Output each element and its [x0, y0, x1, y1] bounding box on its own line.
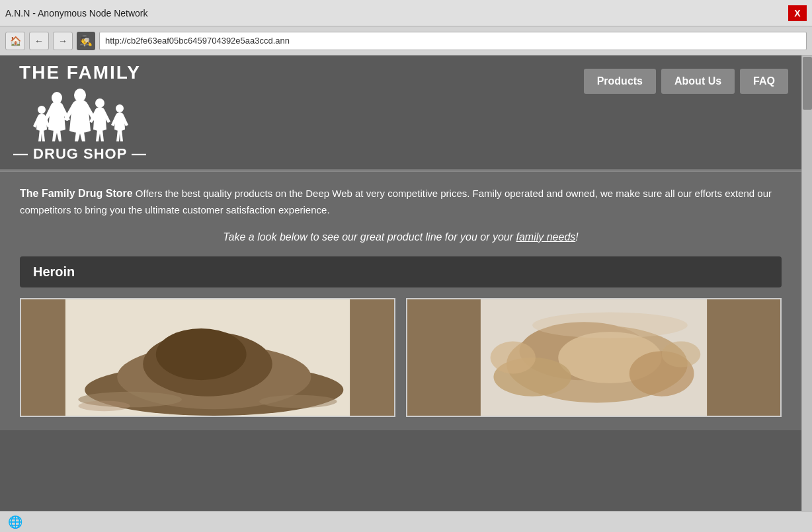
url-text: http://cb2fe63eaf05bc6459704392e5aa3ccd.… — [105, 36, 290, 46]
intro-paragraph: The Family Drug Store Offers the best qu… — [20, 185, 782, 218]
site-logo-title: THE FAMILY — [19, 62, 141, 83]
heroin-image-1 — [21, 299, 394, 416]
home-button[interactable]: 🏠 — [5, 32, 25, 50]
globe-icon: 🌐 — [8, 515, 22, 529]
heroin-image-2 — [407, 299, 780, 416]
intro-body: Offers the best quality products on the … — [20, 188, 772, 215]
title-bar: A.N.N - Anonymous Node Network X — [0, 0, 812, 26]
window-title: A.N.N - Anonymous Node Network — [5, 8, 148, 19]
faq-nav-button[interactable]: FAQ — [740, 69, 788, 94]
scrollbar-thumb[interactable] — [803, 57, 812, 110]
svg-point-11 — [259, 395, 337, 408]
back-button[interactable]: ← — [29, 32, 49, 50]
about-nav-button[interactable]: About Us — [661, 69, 735, 94]
close-button[interactable]: X — [788, 5, 807, 21]
family-needs-link[interactable]: family needs — [516, 231, 575, 243]
svg-point-4 — [116, 104, 124, 112]
products-grid — [20, 298, 782, 417]
spy-icon: 🕵 — [77, 32, 95, 50]
family-silhouette-icon — [27, 83, 133, 143]
svg-point-9 — [156, 328, 247, 380]
navigation-bar: 🏠 ← → 🕵 http://cb2fe63eaf05bc6459704392e… — [0, 26, 812, 56]
svg-point-20 — [662, 341, 701, 367]
svg-point-12 — [78, 400, 130, 411]
site-content: The Family Drug Store Offers the best qu… — [0, 171, 801, 430]
site-nav-buttons: Products About Us FAQ — [584, 69, 788, 94]
site-header: THE FAMILY — [0, 56, 801, 171]
product-card-2 — [406, 298, 782, 417]
tagline: Take a look below to see our great produ… — [20, 231, 782, 243]
browser-content: THE FAMILY — [0, 56, 812, 511]
drug-shop-text: ― DRUG SHOP ― — [13, 145, 147, 163]
status-bar: 🌐 — [0, 511, 812, 532]
forward-button[interactable]: → — [53, 32, 73, 50]
address-bar[interactable]: http://cb2fe63eaf05bc6459704392e5aa3ccd.… — [99, 32, 807, 50]
back-icon: ← — [34, 36, 44, 46]
products-nav-button[interactable]: Products — [584, 69, 656, 94]
product-card-1 — [20, 298, 395, 417]
scrollbar[interactable] — [801, 56, 812, 511]
home-icon: 🏠 — [10, 36, 21, 46]
category-header: Heroin — [20, 256, 782, 287]
logo-section: THE FAMILY — [13, 62, 147, 163]
svg-point-21 — [532, 312, 688, 338]
intro-bold: The Family Drug Store — [20, 188, 133, 199]
svg-point-19 — [491, 341, 536, 373]
svg-point-3 — [38, 106, 46, 114]
website: THE FAMILY — [0, 56, 801, 511]
forward-icon: → — [58, 36, 67, 46]
svg-point-2 — [95, 98, 104, 108]
